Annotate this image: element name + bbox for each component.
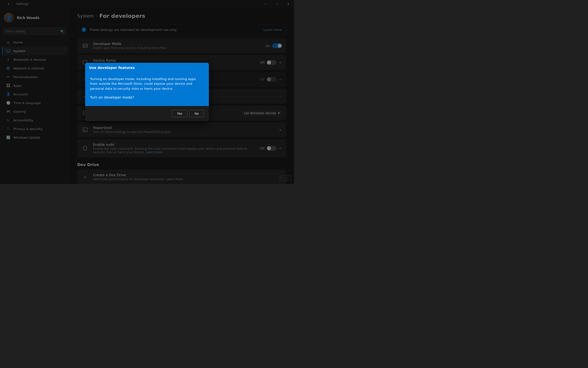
dialog-body-text: Turning on developer mode, including ins… <box>90 77 204 91</box>
dialog-header: Use developer features <box>85 63 209 73</box>
dialog-title: Use developer features <box>89 66 135 70</box>
developer-features-dialog: Use developer features Turning on develo… <box>85 63 209 121</box>
dialog-body: Turning on developer mode, including ins… <box>85 73 209 106</box>
dialog-overlay: Use developer features Turning on develo… <box>0 0 294 184</box>
dialog-footer: Yes No <box>85 106 209 121</box>
dialog-yes-button[interactable]: Yes <box>172 110 187 117</box>
settings-window: Settings — □ ✕ 👤 Rich Woods 🔍 <box>0 0 294 184</box>
dialog-question: Turn on developer mode? <box>90 95 204 100</box>
dialog-no-button[interactable]: No <box>189 110 204 117</box>
